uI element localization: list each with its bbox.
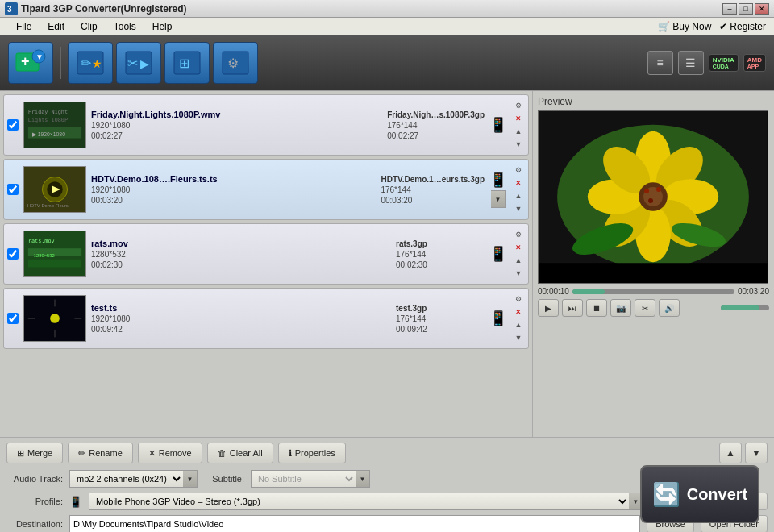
convert-icon: 🔄	[652, 481, 680, 508]
phone-icon-4[interactable]: 📱	[489, 310, 507, 327]
file-actions-3: ⚙ ✕ ▲ ▼	[512, 229, 525, 279]
audio-track-select[interactable]: mp2 2 channels (0x24)	[69, 470, 183, 488]
preview-label: Preview	[538, 96, 769, 107]
volume-slider[interactable]	[721, 305, 769, 310]
file-item: test.ts 1920*1080 00:09:42 test.3gp 176*…	[3, 288, 529, 349]
merge-button[interactable]: ⊞ Merge	[6, 443, 63, 463]
file-up-button-2[interactable]: ▲	[512, 190, 525, 202]
toolbar: + ▼ ✏ ★ ✂ ▶ ⊞ ⚙ ≡ ☰ NVIDIA	[0, 35, 774, 90]
play-button[interactable]: ▶	[538, 299, 559, 317]
profile-select[interactable]: Mobile Phone 3GP Video – Stereo (*.3gp)	[89, 493, 629, 510]
move-up-button[interactable]: ▲	[719, 443, 742, 463]
mute-button[interactable]: 🔊	[659, 299, 680, 317]
svg-text:rats.mov: rats.mov	[28, 238, 55, 244]
list-view-button[interactable]: ≡	[647, 51, 673, 75]
file-output-1: Friday.Nigh…s.1080P.3gp 176*144 00:02:27	[387, 110, 485, 140]
buy-now-button[interactable]: 🛒 Buy Now	[658, 21, 711, 32]
remove-button[interactable]: ✕ Remove	[138, 443, 202, 463]
subtitle-dropdown-arrow[interactable]: ▼	[356, 470, 370, 488]
phone-icon-1[interactable]: 📱	[489, 116, 507, 134]
file-down-button-3[interactable]: ▼	[512, 268, 525, 279]
file-down-button-4[interactable]: ▼	[512, 332, 525, 343]
file-checkbox-3[interactable]	[7, 248, 19, 260]
rename-button[interactable]: ✏ Rename	[68, 443, 133, 463]
file-dur-3: 00:02:30	[91, 260, 391, 269]
convert-button[interactable]: 🔄 Convert	[640, 465, 759, 523]
file-checkbox-1[interactable]	[7, 119, 19, 131]
svg-text:+: +	[21, 53, 30, 69]
menu-file[interactable]: File	[8, 19, 40, 34]
file-item: rats.mov 1280×532 rats.mov 1280*532 00:0…	[3, 223, 529, 285]
menu-tools[interactable]: Tools	[106, 19, 144, 34]
menu-clip[interactable]: Clip	[73, 19, 106, 34]
file-down-button-1[interactable]: ▼	[512, 139, 525, 150]
destination-input[interactable]	[69, 515, 640, 532]
subtitle-select[interactable]: No Subtitle	[251, 470, 356, 488]
properties-button[interactable]: ℹ Properties	[278, 443, 346, 463]
clip-button[interactable]: ✂ ▶	[116, 42, 161, 84]
file-up-button-1[interactable]: ▲	[512, 126, 525, 137]
file-list-buttons: ⊞ Merge ✏ Rename ✕ Remove 🗑 Clear All ℹ …	[6, 443, 768, 463]
svg-text:★: ★	[92, 57, 102, 70]
file-settings-button-2[interactable]: ⚙	[512, 164, 525, 176]
file-checkbox-4[interactable]	[7, 313, 19, 324]
merge-button[interactable]: ⊞	[164, 42, 210, 84]
main-content: Friday Night Lights 1080P ▶ 1920×1080 Fr…	[0, 90, 774, 437]
file-settings-button-1[interactable]: ⚙	[512, 100, 525, 111]
add-file-button[interactable]: + ▼	[8, 42, 53, 84]
profile-label: Profile:	[6, 497, 63, 506]
file-info-2: HDTV.Demo.108….Fleurs.ts.ts 1920*1080 00…	[91, 174, 376, 205]
settings-tool-button[interactable]: ⚙	[213, 42, 258, 84]
detail-view-button[interactable]: ☰	[678, 51, 704, 75]
file-list: Friday Night Lights 1080P ▶ 1920×1080 Fr…	[0, 91, 532, 437]
file-remove-button-2[interactable]: ✕	[512, 177, 525, 189]
move-down-button[interactable]: ▼	[745, 443, 768, 463]
maximize-button[interactable]: □	[739, 3, 753, 15]
minimize-button[interactable]: –	[722, 3, 737, 15]
subtitle-select-wrapper: No Subtitle ▼	[251, 470, 370, 488]
file-up-button-3[interactable]: ▲	[512, 255, 525, 266]
file-settings-button-3[interactable]: ⚙	[512, 229, 525, 240]
stop-button[interactable]: ⏹	[586, 299, 607, 317]
file-info-4: test.ts 1920*1080 00:09:42	[91, 303, 391, 334]
screenshot-button[interactable]: 📷	[610, 299, 631, 317]
file-down-button-2[interactable]: ▼	[512, 203, 525, 214]
menu-help[interactable]: Help	[144, 19, 181, 34]
menu-bar: File Edit Clip Tools Help 🛒 Buy Now ✔ Re…	[0, 18, 774, 35]
file-remove-button-3[interactable]: ✕	[512, 242, 525, 253]
phone-icon-2[interactable]: 📱	[489, 171, 507, 189]
output-dropdown-2[interactable]: ▼	[491, 190, 506, 208]
cart-icon: 🛒	[658, 21, 670, 32]
svg-point-51	[648, 198, 653, 203]
file-remove-button-1[interactable]: ✕	[512, 113, 525, 124]
clip-button[interactable]: ✂	[635, 299, 655, 317]
svg-rect-29	[28, 260, 81, 268]
file-remove-button-4[interactable]: ✕	[512, 306, 525, 318]
total-time: 00:03:20	[738, 287, 769, 296]
file-out-name-1: Friday.Nigh…s.1080P.3gp	[387, 110, 485, 119]
file-checkbox-2[interactable]	[7, 184, 19, 195]
svg-text:Friday Night: Friday Night	[28, 109, 68, 115]
file-settings-button-4[interactable]: ⚙	[512, 293, 525, 305]
separator	[60, 47, 61, 79]
menu-edit[interactable]: Edit	[40, 19, 73, 34]
phone-icon-3[interactable]: 📱	[489, 245, 507, 263]
preview-time-bar: 00:00:10 00:03:20	[538, 287, 769, 296]
file-actions-4: ⚙ ✕ ▲ ▼	[512, 293, 525, 343]
next-frame-button[interactable]: ⏭	[562, 299, 583, 317]
preview-controls: ▶ ⏭ ⏹ 📷 ✂ 🔊	[538, 299, 769, 317]
file-name-2: HDTV.Demo.108….Fleurs.ts.ts	[91, 174, 376, 184]
audio-track-dropdown-arrow[interactable]: ▼	[183, 470, 198, 488]
close-button[interactable]: ✕	[755, 3, 769, 15]
destination-label: Destination:	[6, 519, 63, 529]
register-button[interactable]: ✔ Register	[719, 21, 766, 32]
preview-progress-slider[interactable]	[572, 289, 734, 294]
file-up-button-4[interactable]: ▲	[512, 319, 525, 330]
svg-text:⚙: ⚙	[227, 56, 239, 70]
file-output-2: HDTV.Demo.1…eurs.ts.3gp 176*144 00:03:20	[381, 175, 485, 205]
edit-button[interactable]: ✏ ★	[68, 42, 113, 84]
clear-all-button[interactable]: 🗑 Clear All	[207, 443, 273, 463]
convert-label: Convert	[687, 485, 748, 504]
file-name-3: rats.mov	[91, 239, 391, 248]
svg-point-32	[50, 314, 60, 323]
